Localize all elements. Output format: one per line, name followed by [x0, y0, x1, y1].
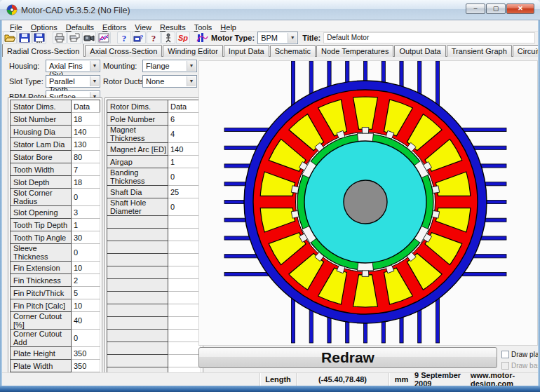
data-cell[interactable]: 18 — [72, 176, 100, 189]
sp-units-button[interactable]: Sp — [176, 32, 190, 44]
tab-transient-graph[interactable]: Transient Graph — [447, 45, 512, 57]
data-cell[interactable]: 80 — [72, 151, 100, 163]
window-border-left — [0, 20, 2, 392]
redraw-button[interactable]: Redraw — [198, 347, 497, 368]
menu-options[interactable]: Options — [27, 22, 62, 32]
tab-axial-cross-section[interactable]: Axial Cross-Section — [85, 45, 162, 57]
column-header-data: Data — [72, 100, 100, 113]
data-cell[interactable]: 2 — [72, 274, 100, 287]
data-cell[interactable]: 25 — [168, 186, 201, 198]
draw-base-checkbox: Draw base — [501, 360, 540, 370]
data-cell[interactable]: 40 — [72, 312, 100, 330]
tab-winding-editor[interactable]: Winding Editor — [163, 45, 223, 57]
motor-title-input[interactable]: Default Motor — [323, 32, 535, 43]
menu-results[interactable]: Results — [156, 22, 190, 32]
print-setup-button[interactable] — [67, 32, 81, 44]
row-label — [107, 254, 168, 266]
data-cell[interactable]: 1 — [72, 219, 100, 231]
toolbar: ??? Sp Motor Type: BPM ▼ Title: Default … — [2, 32, 538, 44]
data-cell[interactable]: 0 — [72, 330, 100, 347]
data-cell[interactable]: 4 — [168, 126, 201, 143]
data-cell[interactable]: 30 — [72, 231, 100, 244]
data-cell[interactable]: 0 — [72, 244, 100, 262]
tab-node-temperatures[interactable]: Node Temperatures — [316, 45, 393, 57]
tab-radial-cross-section[interactable]: Radial Cross-Section — [2, 43, 84, 57]
motor-cross-section-view — [198, 60, 538, 346]
data-cell[interactable]: 18 — [72, 113, 100, 126]
data-cell[interactable]: 5 — [72, 287, 100, 299]
menu-defaults[interactable]: Defaults — [62, 22, 98, 32]
menu-view[interactable]: View — [130, 22, 156, 32]
table-row: Fin Thickness2 — [11, 274, 100, 287]
tab-schematic[interactable]: Schematic — [270, 45, 316, 57]
save-icon — [19, 33, 30, 43]
data-cell[interactable]: 6 — [168, 113, 201, 126]
data-cell[interactable]: 3 — [72, 206, 100, 219]
export-button[interactable] — [82, 32, 96, 44]
data-cell[interactable]: 0 — [72, 189, 100, 206]
housing-label: Housing: — [9, 62, 39, 70]
chevron-down-icon: ▼ — [288, 33, 297, 43]
checkbox-box[interactable] — [501, 351, 509, 358]
slot-type-select[interactable]: Parallel Tooth▼ — [46, 75, 100, 88]
table-row: Shaft Dia25 — [107, 186, 201, 198]
rotor-ducts-select[interactable]: None▼ — [142, 75, 197, 88]
print-button[interactable] — [53, 32, 67, 44]
row-label: Banding Thickness — [107, 168, 168, 186]
menu-file[interactable]: File — [6, 22, 27, 32]
table-row: Shaft Hole Diameter0 — [107, 198, 201, 216]
menu-help[interactable]: Help — [216, 22, 241, 32]
save-as-button[interactable] — [32, 32, 46, 44]
tab-circuit-editor[interactable]: Circuit Editor — [513, 45, 540, 57]
data-cell[interactable]: 1 — [168, 156, 201, 168]
table-row: Slot Corner Radius0 — [11, 189, 100, 206]
menu-tools[interactable]: Tools — [190, 22, 217, 32]
data-cell[interactable]: 7 — [72, 163, 100, 176]
table-row: Pole Number6 — [107, 113, 201, 126]
status-45-40-78-48: (-45.40,78.48) — [296, 373, 389, 386]
window-border-bottom — [0, 386, 540, 392]
data-cell[interactable]: 130 — [72, 138, 100, 151]
data-cell[interactable]: 0 — [168, 168, 201, 186]
graph-icon — [98, 33, 109, 43]
data-cell[interactable]: 140 — [72, 126, 100, 138]
row-label: Fin Pitch/Thick — [11, 287, 72, 299]
help-index-button[interactable]: ? — [132, 32, 146, 44]
close-button[interactable]: ✕ — [506, 4, 534, 14]
open-button[interactable] — [3, 32, 17, 44]
mounting-select[interactable]: Flange▼ — [142, 60, 197, 72]
row-label — [107, 279, 168, 292]
help-context-button[interactable]: ? — [147, 32, 161, 44]
table-row: Corner Cutout Add0 — [11, 330, 100, 347]
data-cell[interactable]: 350 — [72, 347, 100, 360]
draw-plate-checkbox[interactable]: Draw plate — [501, 349, 540, 359]
maximize-button[interactable]: ▢ — [486, 4, 506, 14]
title-bar[interactable]: Motor-CAD v5.3.5.2 (No File) – ▢ ✕ — [0, 0, 540, 20]
graph-button[interactable] — [97, 32, 111, 44]
save-as-icon — [34, 33, 45, 43]
row-label: Fin Extension — [11, 262, 72, 274]
save-button[interactable] — [18, 32, 32, 44]
minimize-button[interactable]: – — [466, 4, 485, 14]
data-cell — [168, 229, 201, 241]
table-row: Housing Dia140 — [11, 126, 100, 138]
tab-input-data[interactable]: Input Data — [224, 45, 269, 57]
menu-editors[interactable]: Editors — [98, 22, 130, 32]
status-spacer — [2, 373, 259, 386]
column-header-data: Data — [168, 100, 201, 113]
row-label: Shaft Hole Diameter — [107, 198, 168, 216]
data-cell[interactable]: 10 — [72, 299, 100, 312]
about-button[interactable] — [161, 32, 175, 44]
data-cell[interactable]: 0 — [168, 198, 201, 216]
motor-type-select[interactable]: BPM ▼ — [257, 32, 298, 44]
data-cell[interactable]: 10 — [72, 262, 100, 274]
help-button[interactable]: ? — [117, 32, 131, 44]
row-label: Slot Number — [11, 113, 72, 126]
row-label: Plate Width — [11, 360, 72, 372]
data-cell[interactable]: 350 — [72, 360, 100, 372]
table-row — [107, 330, 201, 342]
app-icon — [6, 4, 18, 15]
tab-output-data[interactable]: Output Data — [394, 45, 445, 57]
housing-select[interactable]: Axial Fins (Sv)▼ — [46, 60, 100, 72]
data-cell[interactable]: 140 — [168, 143, 201, 156]
